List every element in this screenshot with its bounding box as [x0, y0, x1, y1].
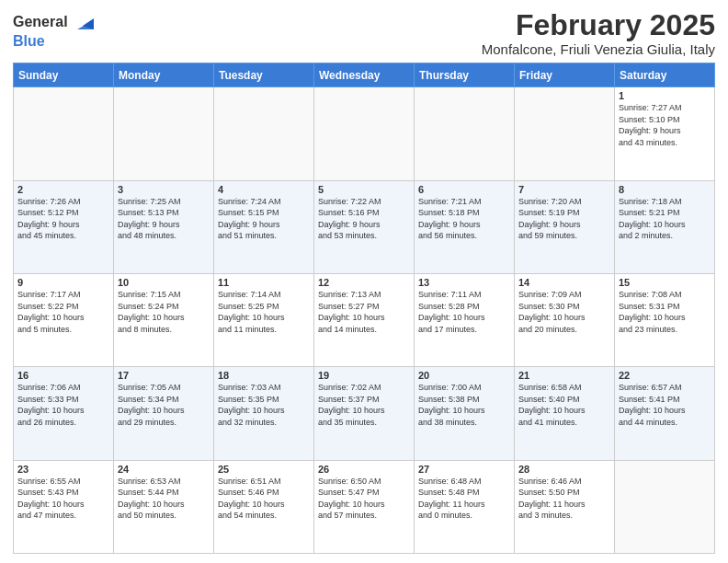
- logo: General Blue: [13, 13, 94, 50]
- header-tuesday: Tuesday: [214, 63, 314, 87]
- month-title: February 2025: [482, 9, 715, 41]
- day-info: Sunrise: 7:24 AM Sunset: 5:15 PM Dayligh…: [218, 196, 310, 242]
- table-row: 24Sunrise: 6:53 AM Sunset: 5:44 PM Dayli…: [114, 460, 214, 553]
- day-info: Sunrise: 7:13 AM Sunset: 5:27 PM Dayligh…: [318, 289, 410, 335]
- table-row: [415, 87, 515, 180]
- table-row: 2Sunrise: 7:26 AM Sunset: 5:12 PM Daylig…: [14, 180, 114, 273]
- logo-general: General: [13, 14, 68, 29]
- table-row: 1Sunrise: 7:27 AM Sunset: 5:10 PM Daylig…: [615, 87, 715, 180]
- table-row: 28Sunrise: 6:46 AM Sunset: 5:50 PM Dayli…: [515, 460, 615, 553]
- table-row: 9Sunrise: 7:17 AM Sunset: 5:22 PM Daylig…: [14, 273, 114, 366]
- day-number: 16: [17, 370, 109, 381]
- calendar-week-row: 9Sunrise: 7:17 AM Sunset: 5:22 PM Daylig…: [14, 273, 715, 366]
- table-row: 18Sunrise: 7:03 AM Sunset: 5:35 PM Dayli…: [214, 367, 314, 460]
- day-number: 7: [518, 184, 610, 195]
- day-info: Sunrise: 7:03 AM Sunset: 5:35 PM Dayligh…: [218, 382, 310, 428]
- day-info: Sunrise: 7:14 AM Sunset: 5:25 PM Dayligh…: [218, 289, 310, 335]
- weekday-header-row: Sunday Monday Tuesday Wednesday Thursday…: [14, 63, 715, 87]
- table-row: 12Sunrise: 7:13 AM Sunset: 5:27 PM Dayli…: [314, 273, 415, 366]
- day-number: 21: [518, 370, 610, 381]
- calendar-week-row: 1Sunrise: 7:27 AM Sunset: 5:10 PM Daylig…: [14, 87, 715, 180]
- day-info: Sunrise: 7:26 AM Sunset: 5:12 PM Dayligh…: [17, 196, 109, 242]
- day-number: 26: [318, 464, 410, 475]
- day-info: Sunrise: 7:05 AM Sunset: 5:34 PM Dayligh…: [118, 382, 210, 428]
- day-number: 9: [17, 277, 109, 288]
- calendar-week-row: 2Sunrise: 7:26 AM Sunset: 5:12 PM Daylig…: [14, 180, 715, 273]
- table-row: [114, 87, 214, 180]
- day-info: Sunrise: 6:58 AM Sunset: 5:40 PM Dayligh…: [518, 382, 610, 428]
- table-row: 11Sunrise: 7:14 AM Sunset: 5:25 PM Dayli…: [214, 273, 314, 366]
- day-info: Sunrise: 7:06 AM Sunset: 5:33 PM Dayligh…: [17, 382, 109, 428]
- day-number: 14: [518, 277, 610, 288]
- calendar: Sunday Monday Tuesday Wednesday Thursday…: [13, 63, 715, 554]
- day-info: Sunrise: 6:50 AM Sunset: 5:47 PM Dayligh…: [318, 476, 410, 522]
- day-number: 2: [17, 184, 109, 195]
- table-row: [515, 87, 615, 180]
- day-info: Sunrise: 7:22 AM Sunset: 5:16 PM Dayligh…: [318, 196, 410, 242]
- day-info: Sunrise: 7:09 AM Sunset: 5:30 PM Dayligh…: [518, 289, 610, 335]
- header-sunday: Sunday: [14, 63, 114, 87]
- day-number: 8: [619, 184, 711, 195]
- header-thursday: Thursday: [415, 63, 515, 87]
- subtitle: Monfalcone, Friuli Venezia Giulia, Italy: [482, 41, 715, 57]
- day-number: 19: [318, 370, 410, 381]
- header-friday: Friday: [515, 63, 615, 87]
- header-wednesday: Wednesday: [314, 63, 415, 87]
- table-row: 4Sunrise: 7:24 AM Sunset: 5:15 PM Daylig…: [214, 180, 314, 273]
- table-row: 26Sunrise: 6:50 AM Sunset: 5:47 PM Dayli…: [314, 460, 415, 553]
- header-monday: Monday: [114, 63, 214, 87]
- logo-text: General Blue: [13, 13, 94, 50]
- day-number: 25: [218, 464, 310, 475]
- day-number: 13: [418, 277, 510, 288]
- table-row: [214, 87, 314, 180]
- table-row: 8Sunrise: 7:18 AM Sunset: 5:21 PM Daylig…: [615, 180, 715, 273]
- day-info: Sunrise: 6:55 AM Sunset: 5:43 PM Dayligh…: [17, 476, 109, 522]
- table-row: 23Sunrise: 6:55 AM Sunset: 5:43 PM Dayli…: [14, 460, 114, 553]
- day-number: 17: [118, 370, 210, 381]
- day-info: Sunrise: 6:46 AM Sunset: 5:50 PM Dayligh…: [518, 476, 610, 522]
- day-number: 10: [118, 277, 210, 288]
- day-number: 20: [418, 370, 510, 381]
- table-row: [14, 87, 114, 180]
- day-info: Sunrise: 7:15 AM Sunset: 5:24 PM Dayligh…: [118, 289, 210, 335]
- table-row: 17Sunrise: 7:05 AM Sunset: 5:34 PM Dayli…: [114, 367, 214, 460]
- day-number: 24: [118, 464, 210, 475]
- table-row: [314, 87, 415, 180]
- logo-blue: Blue: [13, 33, 45, 49]
- table-row: 22Sunrise: 6:57 AM Sunset: 5:41 PM Dayli…: [615, 367, 715, 460]
- day-info: Sunrise: 6:51 AM Sunset: 5:46 PM Dayligh…: [218, 476, 310, 522]
- day-info: Sunrise: 7:27 AM Sunset: 5:10 PM Dayligh…: [619, 102, 711, 148]
- day-info: Sunrise: 7:17 AM Sunset: 5:22 PM Dayligh…: [17, 289, 109, 335]
- day-info: Sunrise: 6:48 AM Sunset: 5:48 PM Dayligh…: [418, 476, 510, 522]
- day-info: Sunrise: 7:00 AM Sunset: 5:38 PM Dayligh…: [418, 382, 510, 428]
- day-info: Sunrise: 6:53 AM Sunset: 5:44 PM Dayligh…: [118, 476, 210, 522]
- day-number: 5: [318, 184, 410, 195]
- day-number: 1: [619, 90, 711, 101]
- day-number: 6: [418, 184, 510, 195]
- day-info: Sunrise: 7:18 AM Sunset: 5:21 PM Dayligh…: [619, 196, 711, 242]
- table-row: 25Sunrise: 6:51 AM Sunset: 5:46 PM Dayli…: [214, 460, 314, 553]
- calendar-week-row: 16Sunrise: 7:06 AM Sunset: 5:33 PM Dayli…: [14, 367, 715, 460]
- table-row: 6Sunrise: 7:21 AM Sunset: 5:18 PM Daylig…: [415, 180, 515, 273]
- day-number: 28: [518, 464, 610, 475]
- header-saturday: Saturday: [615, 63, 715, 87]
- day-info: Sunrise: 7:08 AM Sunset: 5:31 PM Dayligh…: [619, 289, 711, 335]
- page: General Blue February 2025 Monfalcone, F…: [0, 0, 728, 563]
- day-number: 4: [218, 184, 310, 195]
- table-row: 21Sunrise: 6:58 AM Sunset: 5:40 PM Dayli…: [515, 367, 615, 460]
- table-row: 14Sunrise: 7:09 AM Sunset: 5:30 PM Dayli…: [515, 273, 615, 366]
- day-number: 22: [619, 370, 711, 381]
- day-info: Sunrise: 7:20 AM Sunset: 5:19 PM Dayligh…: [518, 196, 610, 242]
- table-row: [615, 460, 715, 553]
- table-row: 7Sunrise: 7:20 AM Sunset: 5:19 PM Daylig…: [515, 180, 615, 273]
- day-number: 18: [218, 370, 310, 381]
- table-row: 13Sunrise: 7:11 AM Sunset: 5:28 PM Dayli…: [415, 273, 515, 366]
- day-info: Sunrise: 7:02 AM Sunset: 5:37 PM Dayligh…: [318, 382, 410, 428]
- table-row: 20Sunrise: 7:00 AM Sunset: 5:38 PM Dayli…: [415, 367, 515, 460]
- day-number: 12: [318, 277, 410, 288]
- day-number: 3: [118, 184, 210, 195]
- table-row: 10Sunrise: 7:15 AM Sunset: 5:24 PM Dayli…: [114, 273, 214, 366]
- day-number: 11: [218, 277, 310, 288]
- day-info: Sunrise: 6:57 AM Sunset: 5:41 PM Dayligh…: [619, 382, 711, 428]
- header: General Blue February 2025 Monfalcone, F…: [13, 9, 715, 57]
